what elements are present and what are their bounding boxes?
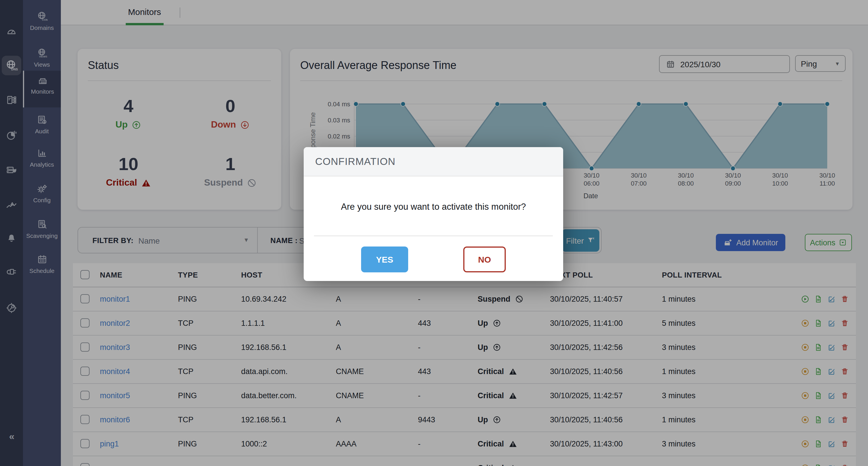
- dialog-message: Are you sure you want to activate this m…: [304, 202, 563, 212]
- app-root: DNS « COMDomains VIEWSViews Monitors Aud…: [0, 0, 868, 466]
- confirmation-dialog: CONFIRMATION Are you sure you want to ac…: [304, 147, 563, 281]
- yes-button[interactable]: YES: [361, 246, 408, 272]
- no-button[interactable]: NO: [463, 246, 506, 272]
- dialog-header: CONFIRMATION: [304, 147, 563, 176]
- dialog-title: CONFIRMATION: [315, 155, 396, 168]
